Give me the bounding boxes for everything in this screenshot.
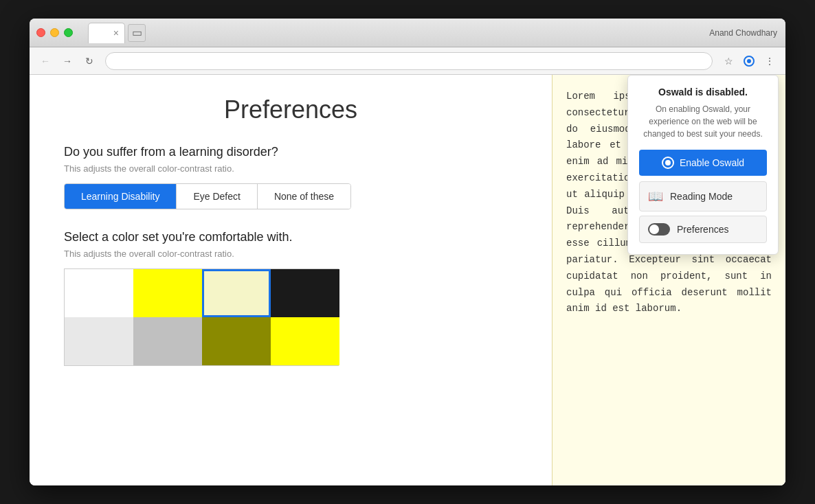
learning-disability-button[interactable]: Learning Disability [65, 184, 177, 209]
preferences-button[interactable]: Preferences [639, 216, 767, 243]
popup-title: Oswald is disabled. [639, 87, 767, 98]
traffic-lights [36, 28, 73, 37]
address-bar[interactable] [105, 52, 713, 70]
none-of-these-button[interactable]: None of these [258, 184, 350, 209]
left-pane: Preferences Do you suffer from a learnin… [30, 75, 552, 485]
back-button[interactable]: ← [36, 52, 54, 70]
disorder-section: Do you suffer from a learning disorder? … [64, 145, 517, 209]
new-tab-button[interactable]: ▭ [128, 24, 146, 42]
active-tab[interactable]: × [88, 23, 125, 43]
color-cell-lightgray[interactable] [65, 317, 133, 365]
close-button[interactable] [36, 28, 45, 37]
oswald-extension-icon[interactable] [740, 52, 758, 70]
reload-button[interactable]: ↻ [80, 52, 98, 70]
color-cell-gray[interactable] [133, 317, 202, 365]
color-cell-yellow2[interactable] [271, 317, 339, 365]
tab-close-icon[interactable]: × [113, 27, 119, 38]
enable-oswald-button[interactable]: Enable Oswald [639, 150, 767, 176]
eye-defect-button[interactable]: Eye Defect [177, 184, 257, 209]
disorder-question: Do you suffer from a learning disorder? [64, 145, 517, 159]
browser-window: × ▭ Anand Chowdhary ← → ↻ ☆ ⋮ [30, 19, 785, 485]
color-cell-olive[interactable] [202, 317, 271, 365]
color-cell-yellow[interactable] [133, 269, 202, 317]
svg-point-3 [665, 160, 671, 165]
bookmark-icon[interactable]: ☆ [719, 52, 737, 70]
color-cell-white[interactable] [65, 269, 133, 317]
reading-mode-label: Reading Mode [670, 191, 733, 202]
book-icon: 📖 [648, 189, 663, 204]
enable-oswald-label: Enable Oswald [680, 157, 744, 168]
tab-area: × ▭ [88, 23, 772, 43]
disorder-desc: This adjusts the overall color-contrast … [64, 163, 517, 174]
reading-mode-button[interactable]: 📖 Reading Mode [639, 181, 767, 211]
toggle-icon [648, 223, 670, 236]
page-title: Preferences [64, 95, 517, 124]
maximize-button[interactable] [64, 28, 73, 37]
nav-icons-right: ☆ ⋮ [719, 52, 779, 70]
color-cell-black[interactable] [271, 269, 339, 317]
color-grid [64, 268, 339, 366]
forward-button[interactable]: → [58, 52, 76, 70]
disorder-buttons: Learning Disability Eye Defect None of t… [64, 183, 351, 209]
preferences-label: Preferences [677, 224, 728, 235]
color-set-section: Select a color set you're comfortable wi… [64, 230, 517, 366]
nav-bar: ← → ↻ ☆ ⋮ [30, 47, 785, 75]
page-content: Preferences Do you suffer from a learnin… [30, 75, 785, 485]
color-cell-cream[interactable] [202, 269, 271, 317]
oswald-radio-icon [662, 157, 674, 169]
user-info: Anand Chowdhary [709, 28, 777, 38]
minimize-button[interactable] [50, 28, 59, 37]
svg-point-1 [747, 59, 751, 63]
menu-icon[interactable]: ⋮ [761, 52, 779, 70]
oswald-popup: Oswald is disabled. On enabling Oswald, … [627, 75, 779, 255]
popup-description: On enabling Oswald, your experience on t… [639, 103, 767, 140]
color-question: Select a color set you're comfortable wi… [64, 230, 517, 244]
color-desc: This adjusts the overall color-contrast … [64, 249, 517, 259]
title-bar: × ▭ Anand Chowdhary [30, 19, 785, 47]
